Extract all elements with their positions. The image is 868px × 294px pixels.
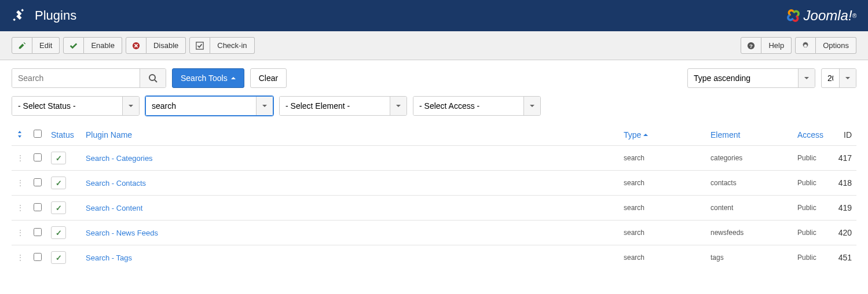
limit-select[interactable] [821, 68, 856, 88]
check-icon: ✓ [56, 179, 62, 188]
clear-button[interactable]: Clear [250, 68, 287, 88]
filter-access[interactable] [413, 96, 541, 116]
help-button[interactable]: ? Help [741, 37, 792, 54]
brand-text: Joomla! [804, 8, 852, 24]
search-icon [148, 74, 158, 83]
sort-asc-icon [643, 134, 648, 136]
svg-text:?: ? [750, 42, 753, 49]
filter-type[interactable] [145, 96, 273, 116]
cell-element: categories [706, 146, 793, 171]
toolbar-left: Edit Enable Disable Check-in [12, 37, 255, 54]
question-icon: ? [747, 42, 755, 50]
cell-access: Public [793, 171, 833, 196]
cell-element: contacts [706, 171, 793, 196]
col-element[interactable]: Element [710, 130, 740, 139]
cell-type: search [619, 146, 706, 171]
row-checkbox[interactable] [34, 203, 42, 211]
col-name[interactable]: Plugin Name [86, 130, 132, 139]
cell-access: Public [793, 245, 833, 270]
cell-access: Public [793, 146, 833, 171]
sort-select[interactable] [687, 68, 815, 88]
enable-button[interactable]: Enable [63, 37, 122, 54]
drag-handle-icon[interactable]: ⋮ [16, 228, 24, 237]
chevron-down-icon [523, 97, 540, 115]
page-title: Plugins [35, 8, 76, 23]
cell-access: Public [793, 220, 833, 245]
pencil-icon [18, 42, 26, 50]
table-row: ⋮✓Search - CategoriessearchcategoriesPub… [12, 146, 856, 171]
row-checkbox[interactable] [34, 228, 42, 236]
chevron-down-icon [798, 69, 815, 87]
status-toggle[interactable]: ✓ [51, 152, 66, 164]
chevron-down-icon [122, 97, 139, 115]
col-access[interactable]: Access [797, 130, 823, 139]
drag-handle-icon[interactable]: ⋮ [16, 178, 24, 188]
search-field-wrap [12, 68, 166, 88]
status-toggle[interactable]: ✓ [51, 226, 66, 239]
cell-id: 451 [833, 245, 856, 270]
col-id[interactable]: ID [844, 130, 852, 139]
drag-handle-icon[interactable]: ⋮ [16, 153, 24, 163]
search-tools-button[interactable]: Search Tools [172, 68, 244, 88]
brand-reg: ® [852, 13, 856, 19]
table-row: ⋮✓Search - News FeedssearchnewsfeedsPubl… [12, 220, 856, 245]
chevron-down-icon [839, 69, 856, 87]
edit-button[interactable]: Edit [12, 37, 60, 54]
row-checkbox[interactable] [34, 153, 42, 161]
cell-id: 417 [833, 146, 856, 171]
cell-id: 419 [833, 196, 856, 220]
drag-handle-icon[interactable]: ⋮ [16, 203, 24, 212]
plugin-link[interactable]: Search - Contacts [86, 179, 146, 188]
cell-access: Public [793, 196, 833, 220]
toolbar: Edit Enable Disable Check-in ? Help Opti… [0, 31, 868, 60]
chevron-down-icon [256, 97, 273, 115]
check-icon: ✓ [56, 229, 62, 237]
table-row: ⋮✓Search - ContentsearchcontentPublic419 [12, 196, 856, 220]
plugin-link[interactable]: Search - Categories [86, 154, 153, 163]
checkin-button[interactable]: Check-in [189, 37, 254, 54]
page-header: Plugins Joomla!® [0, 0, 868, 31]
col-status[interactable]: Status [51, 130, 74, 139]
options-button[interactable]: Options [795, 37, 856, 54]
col-type[interactable]: Type [624, 130, 641, 139]
svg-point-4 [149, 75, 155, 80]
col-order[interactable] [16, 131, 23, 138]
check-icon: ✓ [56, 154, 62, 163]
cell-type: search [619, 220, 706, 245]
search-input[interactable] [12, 69, 140, 87]
disable-button[interactable]: Disable [126, 37, 186, 54]
table-row: ⋮✓Search - TagssearchtagsPublic451 [12, 245, 856, 270]
status-toggle[interactable]: ✓ [51, 201, 66, 214]
filter-element[interactable] [279, 96, 407, 116]
check-icon [69, 42, 78, 50]
check-icon: ✓ [56, 204, 62, 212]
filter-status[interactable] [12, 96, 140, 116]
limit-value [822, 69, 839, 87]
svg-rect-1 [196, 42, 203, 49]
joomla-icon [783, 5, 804, 26]
plugin-link[interactable]: Search - Content [86, 204, 142, 212]
search-submit-button[interactable] [140, 69, 166, 87]
status-toggle[interactable]: ✓ [51, 251, 66, 264]
plugin-link[interactable]: Search - News Feeds [86, 229, 158, 237]
gear-icon [801, 42, 810, 50]
joomla-logo[interactable]: Joomla!® [783, 5, 856, 26]
sort-value [688, 69, 798, 87]
filter-row [0, 96, 868, 124]
cell-type: search [619, 171, 706, 196]
cell-id: 418 [833, 171, 856, 196]
cell-element: tags [706, 245, 793, 270]
toolbar-right: ? Help Options [741, 37, 856, 54]
plug-icon [12, 8, 28, 24]
row-checkbox[interactable] [34, 178, 42, 186]
select-all-checkbox[interactable] [34, 130, 42, 138]
search-bar: Search Tools Clear [0, 60, 868, 96]
plugin-link[interactable]: Search - Tags [86, 253, 132, 262]
cell-type: search [619, 196, 706, 220]
table-row: ⋮✓Search - ContactssearchcontactsPublic4… [12, 171, 856, 196]
plugins-table: Status Plugin Name Type Element Access I… [0, 124, 868, 281]
row-checkbox[interactable] [34, 253, 42, 261]
status-toggle[interactable]: ✓ [51, 177, 66, 189]
drag-handle-icon[interactable]: ⋮ [16, 253, 24, 262]
checkbox-icon [196, 42, 204, 50]
